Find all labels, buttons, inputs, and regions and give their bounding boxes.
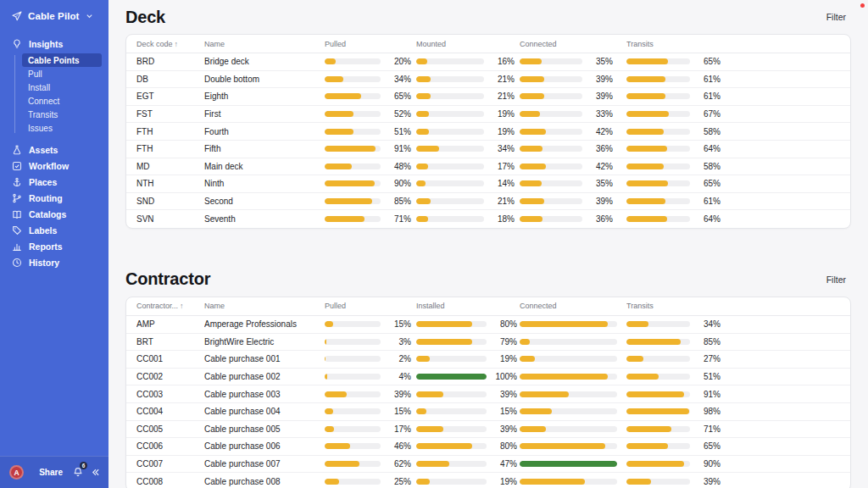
- progress-fill: [416, 408, 426, 414]
- table-row[interactable]: BRTBrightWire Electric3%79%85%: [126, 334, 850, 352]
- sidebar-item-label: Insights: [29, 39, 63, 49]
- table-row[interactable]: DBDouble bottom34%21%39%61%: [126, 71, 850, 89]
- progress-track: [325, 391, 381, 397]
- column-header-code[interactable]: Deck code↑: [136, 40, 204, 48]
- column-header-label: Installed: [416, 302, 445, 310]
- table-row[interactable]: NTHNinth90%14%35%65%: [126, 175, 850, 193]
- progress-fill: [325, 76, 343, 82]
- notifications-button[interactable]: 6: [72, 465, 83, 480]
- column-header-label: Name: [204, 302, 225, 310]
- percent-label: 19%: [489, 127, 515, 136]
- progress-cell-connected: 42%: [520, 127, 626, 136]
- progress-fill: [325, 180, 375, 186]
- progress-fill: [416, 146, 439, 152]
- sidebar-item-history[interactable]: History: [7, 254, 102, 270]
- table-row[interactable]: BRDBridge deck20%16%35%65%: [126, 53, 850, 71]
- progress-track: [626, 129, 690, 135]
- progress-track: [325, 356, 381, 362]
- progress-cell-connected: 39%: [520, 75, 626, 84]
- progress-cell-connected: 33%: [520, 109, 626, 119]
- table-row[interactable]: CC001Cable purchase 0012%19%27%: [126, 351, 850, 369]
- progress-cell-installed: 15%: [416, 407, 520, 416]
- percent-label: 39%: [695, 477, 721, 486]
- workspace-switcher[interactable]: Cable Pilot: [0, 0, 108, 32]
- contractor-filter-button[interactable]: Filter: [821, 271, 851, 288]
- code-cell: BRD: [136, 57, 204, 66]
- progress-fill: [626, 111, 669, 117]
- percent-label: 91%: [386, 144, 411, 153]
- sidebar-subitem-issues[interactable]: Issues: [22, 121, 102, 135]
- deck-filter-button[interactable]: Filter: [821, 8, 851, 25]
- table-row[interactable]: CC007Cable purchase 00762%47%90%: [126, 456, 850, 474]
- sidebar-item-workflow[interactable]: Workflow: [7, 158, 102, 174]
- table-row[interactable]: CC004Cable purchase 00415%15%98%: [126, 403, 850, 421]
- collapse-sidebar-icon[interactable]: [91, 468, 100, 477]
- progress-fill: [626, 391, 684, 397]
- progress-cell-transits: 65%: [626, 179, 726, 188]
- progress-track: [520, 93, 582, 99]
- percent-label: 79%: [492, 337, 517, 347]
- progress-cell-transits: 71%: [626, 424, 726, 434]
- progress-fill: [416, 129, 429, 135]
- sidebar-item-reports[interactable]: Reports: [7, 238, 102, 254]
- progress-cell-installed: 100%: [416, 372, 520, 381]
- progress-track: [520, 374, 617, 380]
- sidebar-item-assets[interactable]: Assets: [7, 141, 102, 158]
- percent-label: 42%: [587, 162, 613, 171]
- table-row[interactable]: CC002Cable purchase 0024%100%51%: [126, 369, 850, 386]
- progress-fill: [626, 164, 664, 169]
- sidebar-item-labels[interactable]: Labels: [7, 222, 102, 238]
- sidebar-subitem-connect[interactable]: Connect: [22, 94, 102, 108]
- table-row[interactable]: MDMain deck48%17%42%58%: [126, 158, 850, 176]
- progress-fill: [416, 461, 449, 467]
- progress-fill: [626, 58, 668, 64]
- table-row[interactable]: SVNSeventh71%18%36%64%: [126, 210, 850, 228]
- progress-track: [325, 461, 381, 467]
- main-content: Deck Filter Deck code↑NamePulledMountedC…: [108, 0, 868, 488]
- percent-label: 80%: [492, 319, 517, 329]
- sidebar: Cable Pilot InsightsCable PointsPullInst…: [0, 0, 108, 488]
- code-cell: CC005: [136, 424, 204, 434]
- table-row[interactable]: AMPAmperage Professionals15%80%34%: [126, 316, 850, 334]
- sidebar-item-places[interactable]: Places: [7, 174, 102, 190]
- sidebar-item-insights[interactable]: Insights: [7, 36, 102, 52]
- progress-cell-connected: 39%: [520, 197, 626, 206]
- column-header-label: Transits: [626, 40, 654, 48]
- progress-cell-connected: [520, 339, 626, 345]
- code-cell: EGT: [136, 92, 204, 101]
- code-cell: CC002: [136, 372, 204, 381]
- table-row[interactable]: CC008Cable purchase 00825%19%39%: [126, 473, 850, 488]
- percent-label: 52%: [386, 109, 411, 119]
- column-header-mounted: Mounted: [416, 40, 520, 48]
- column-header-code[interactable]: Contractor...↑: [136, 302, 204, 310]
- name-cell: Second: [204, 197, 325, 206]
- table-row[interactable]: FSTFirst52%19%33%67%: [126, 106, 850, 124]
- table-row[interactable]: CC003Cable purchase 00339%39%91%: [126, 385, 850, 403]
- progress-cell-transits: 58%: [626, 127, 726, 136]
- app-window: Cable Pilot InsightsCable PointsPullInst…: [0, 0, 868, 488]
- sidebar-item-routing[interactable]: Routing: [7, 190, 102, 206]
- table-row[interactable]: FTHFourth51%19%42%58%: [126, 123, 850, 141]
- percent-label: 19%: [489, 109, 515, 119]
- progress-track: [520, 479, 617, 485]
- progress-track: [626, 321, 690, 327]
- sidebar-subitem-transits[interactable]: Transits: [22, 108, 102, 121]
- sidebar-subitem-cable-points[interactable]: Cable Points: [22, 53, 102, 67]
- table-row[interactable]: CC006Cable purchase 00646%80%65%: [126, 438, 850, 456]
- sidebar-item-catalogs[interactable]: Catalogs: [7, 206, 102, 222]
- table-row[interactable]: EGTEighth65%21%39%61%: [126, 88, 850, 106]
- sidebar-subitem-pull[interactable]: Pull: [22, 67, 102, 80]
- column-header-label: Pulled: [325, 302, 346, 310]
- share-button[interactable]: Share: [39, 468, 63, 477]
- progress-cell-transits: 58%: [626, 162, 726, 171]
- progress-track: [325, 198, 381, 204]
- progress-fill: [416, 356, 430, 362]
- table-row[interactable]: CC005Cable purchase 00517%39%71%: [126, 421, 850, 439]
- progress-track: [520, 76, 582, 82]
- sidebar-subitem-install[interactable]: Install: [22, 80, 102, 94]
- percent-label: 19%: [492, 477, 517, 486]
- table-row[interactable]: FTHFifth91%34%36%64%: [126, 141, 850, 158]
- avatar[interactable]: A: [9, 465, 24, 480]
- table-row[interactable]: SNDSecond85%21%39%61%: [126, 193, 850, 211]
- recording-indicator-dot: [860, 3, 865, 8]
